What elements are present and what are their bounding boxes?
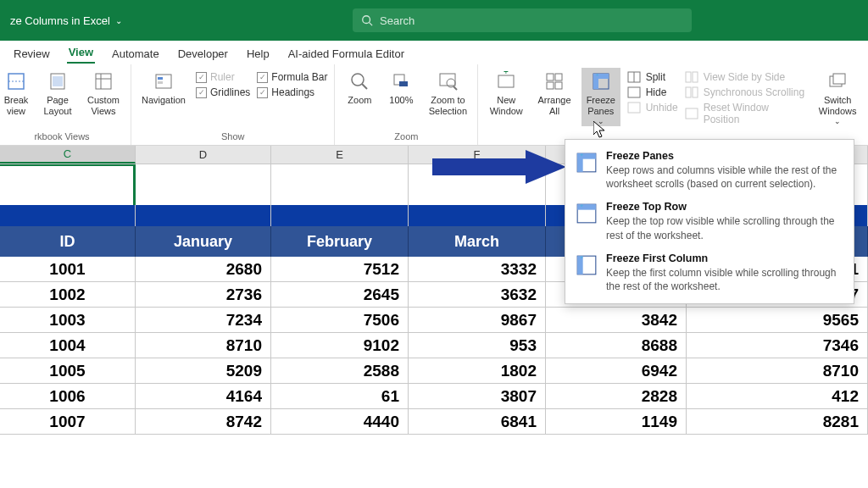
page-break-button[interactable]: Break view xyxy=(0,68,32,117)
table-row[interactable]: 100372347506986738429565 xyxy=(0,308,868,333)
search-input[interactable]: Search xyxy=(353,8,692,32)
table-row[interactable]: 10048710910295386887346 xyxy=(0,333,868,358)
split-icon xyxy=(627,71,641,83)
tab-view[interactable]: View xyxy=(67,42,95,64)
freeze-top-row-icon: * xyxy=(576,202,598,225)
svg-rect-21 xyxy=(547,74,554,80)
hide-button[interactable]: Hide xyxy=(627,85,678,100)
svg-rect-22 xyxy=(555,74,562,80)
switch-windows-button[interactable]: Switch Windows⌄ xyxy=(814,68,861,126)
cursor-icon xyxy=(593,121,609,140)
page-layout-button[interactable]: Page Layout xyxy=(39,68,76,117)
annotation-arrow xyxy=(432,148,568,186)
svg-marker-50 xyxy=(432,150,566,184)
table-row[interactable]: 100787424440684111498281 xyxy=(0,409,868,435)
sync-scroll-icon xyxy=(685,86,698,98)
side-by-side-icon xyxy=(685,71,698,83)
unhide-icon xyxy=(627,102,641,114)
svg-rect-34 xyxy=(693,72,698,82)
svg-rect-6 xyxy=(96,74,111,89)
tab-automate[interactable]: Automate xyxy=(110,44,161,64)
custom-views-button[interactable]: Custom Views xyxy=(83,68,124,117)
freeze-panes-button[interactable]: * Freeze Panes⌄ xyxy=(581,68,620,126)
workbook-title: ze Columns in Excel xyxy=(7,14,110,27)
freeze-first-column-option[interactable]: * Freeze First ColumnKeep the first colu… xyxy=(565,247,854,298)
switch-windows-icon xyxy=(827,71,848,92)
reset-window-icon xyxy=(685,108,698,119)
ruler-checkbox[interactable]: ✓Ruler xyxy=(196,71,250,83)
zoom-100-button[interactable]: 100% xyxy=(384,68,418,106)
group-label-zoom: Zoom xyxy=(342,131,470,143)
table-row[interactable]: 100552092588180269428710 xyxy=(0,358,868,384)
split-button[interactable]: Split xyxy=(627,69,678,85)
search-icon xyxy=(361,14,373,26)
svg-line-18 xyxy=(453,86,457,90)
formula-bar-checkbox[interactable]: ✓Formula Bar xyxy=(257,71,327,83)
navigation-button[interactable]: Navigation xyxy=(138,68,189,106)
page-break-icon xyxy=(6,71,26,92)
svg-rect-31 xyxy=(628,87,640,97)
col-header-c[interactable]: C xyxy=(0,146,136,164)
arrange-all-icon xyxy=(544,71,565,92)
svg-text:*: * xyxy=(580,254,583,263)
svg-text:+: + xyxy=(504,71,509,76)
group-label-views: rkbook Views xyxy=(0,131,124,143)
arrange-all-button[interactable]: Arrange All xyxy=(534,68,575,117)
tab-ai-formula[interactable]: AI-aided Formula Editor xyxy=(287,44,406,64)
svg-rect-15 xyxy=(399,81,408,86)
svg-marker-51 xyxy=(593,121,604,137)
group-label-show: Show xyxy=(138,131,327,143)
zoom-100-icon xyxy=(391,71,411,92)
freeze-first-column-icon: * xyxy=(576,254,598,276)
gridlines-checkbox[interactable]: ✓Gridlines xyxy=(196,86,250,98)
svg-rect-33 xyxy=(686,72,691,82)
table-row[interactable]: 100641646138072828412 xyxy=(0,384,868,409)
chevron-down-icon[interactable]: ⌄ xyxy=(115,16,122,25)
svg-rect-36 xyxy=(693,87,698,97)
svg-rect-5 xyxy=(53,76,63,86)
tab-review[interactable]: Review xyxy=(12,44,52,64)
freeze-panes-icon: * xyxy=(576,152,598,174)
headings-checkbox[interactable]: ✓Headings xyxy=(257,86,327,98)
ribbon: Break view Page Layout Custom Views rkbo… xyxy=(0,64,868,146)
svg-rect-32 xyxy=(628,103,640,113)
zoom-icon xyxy=(349,71,370,92)
zoom-selection-icon xyxy=(437,71,458,92)
col-header-d[interactable]: D xyxy=(136,146,271,164)
custom-views-icon xyxy=(93,71,114,92)
new-window-icon: + xyxy=(496,71,516,92)
page-layout-icon xyxy=(47,71,68,92)
chevron-down-icon: ⌄ xyxy=(834,117,841,126)
new-window-button[interactable]: + New Window xyxy=(485,68,527,117)
zoom-selection-button[interactable]: Zoom to Selection xyxy=(425,68,470,117)
hide-icon xyxy=(627,86,641,98)
reset-window-button: Reset Window Position xyxy=(685,100,808,127)
freeze-panes-icon: * xyxy=(591,71,611,92)
view-side-by-side-button: View Side by Side xyxy=(685,69,808,85)
svg-line-1 xyxy=(370,23,373,26)
svg-point-12 xyxy=(352,74,364,86)
svg-text:*: * xyxy=(596,72,598,80)
svg-rect-11 xyxy=(158,81,163,84)
svg-rect-39 xyxy=(833,74,845,84)
zoom-button[interactable]: Zoom xyxy=(342,68,377,106)
navigation-icon xyxy=(153,71,174,92)
svg-line-13 xyxy=(362,84,367,89)
freeze-panes-dropdown: * Freeze PanesKeep rows and columns visi… xyxy=(565,139,854,304)
svg-rect-23 xyxy=(547,82,554,89)
freeze-top-row-option[interactable]: * Freeze Top RowKeep the top row visible… xyxy=(565,196,854,247)
svg-rect-24 xyxy=(555,82,562,89)
sync-scrolling-button: Synchronous Scrolling xyxy=(685,85,808,100)
svg-point-0 xyxy=(363,16,370,24)
svg-rect-10 xyxy=(158,77,163,80)
tab-developer[interactable]: Developer xyxy=(176,44,230,64)
tab-help[interactable]: Help xyxy=(245,44,271,64)
svg-rect-37 xyxy=(686,108,698,119)
svg-rect-19 xyxy=(498,75,514,87)
col-header-e[interactable]: E xyxy=(271,146,409,164)
unhide-button: Unhide xyxy=(627,100,678,115)
ribbon-tabs: Review View Automate Developer Help AI-a… xyxy=(0,41,868,64)
freeze-panes-option[interactable]: * Freeze PanesKeep rows and columns visi… xyxy=(565,145,854,196)
svg-rect-35 xyxy=(686,87,691,97)
title-bar: ze Columns in Excel ⌄ Search xyxy=(0,0,868,41)
